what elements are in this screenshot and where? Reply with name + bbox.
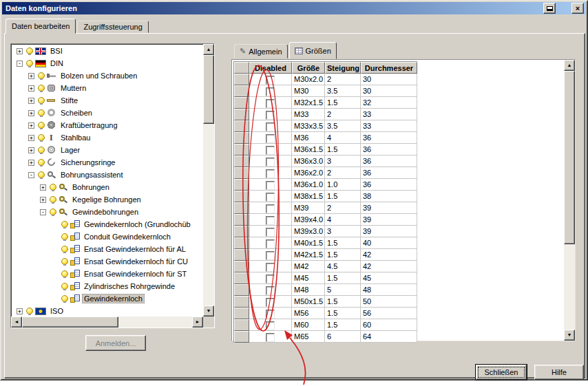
- steigung-cell[interactable]: 3.5: [325, 120, 361, 132]
- disabled-cell[interactable]: [249, 109, 292, 120]
- groesse-cell[interactable]: M42x1.5: [292, 249, 325, 261]
- durchmesser-cell[interactable]: 39: [361, 226, 417, 237]
- expand-icon[interactable]: +: [28, 98, 34, 104]
- disabled-cell[interactable]: [249, 261, 292, 272]
- row-selector[interactable]: [234, 97, 249, 109]
- durchmesser-cell[interactable]: 33: [361, 109, 417, 120]
- tree-horizontal-scrollbar[interactable]: ◄ ►: [11, 317, 203, 328]
- tree-item[interactable]: Ensat Gewindekernloch für ST: [12, 268, 202, 280]
- steigung-cell[interactable]: 1.5: [325, 296, 361, 308]
- durchmesser-cell[interactable]: 32: [361, 97, 417, 109]
- disabled-checkbox[interactable]: [266, 216, 275, 225]
- row-selector[interactable]: [234, 237, 249, 249]
- disabled-checkbox[interactable]: [266, 286, 275, 295]
- steigung-cell[interactable]: 4: [325, 214, 361, 226]
- durchmesser-cell[interactable]: 36: [361, 144, 417, 156]
- tree-item[interactable]: +Kegelige Bohrungen: [12, 193, 202, 206]
- durchmesser-cell[interactable]: 38: [361, 191, 417, 202]
- disabled-checkbox[interactable]: [266, 122, 275, 131]
- durchmesser-cell[interactable]: 30: [361, 74, 417, 85]
- tree-item[interactable]: Gewindekernloch (Grundlochüb: [12, 218, 202, 230]
- tab-zugriffssteuerung[interactable]: Zugriffssteuerung: [77, 21, 148, 33]
- disabled-checkbox[interactable]: [266, 87, 275, 96]
- tree-item[interactable]: Zylindrisches Rohrgewinde: [12, 280, 202, 292]
- disabled-checkbox[interactable]: [266, 228, 275, 237]
- collapse-icon[interactable]: -: [28, 172, 34, 178]
- durchmesser-cell[interactable]: 50: [361, 296, 417, 308]
- disabled-cell[interactable]: [249, 202, 292, 214]
- durchmesser-cell[interactable]: 36: [361, 179, 417, 191]
- steigung-cell[interactable]: 5: [325, 284, 361, 296]
- disabled-cell[interactable]: [249, 85, 292, 97]
- disabled-cell[interactable]: [249, 179, 292, 191]
- disabled-checkbox[interactable]: [266, 181, 275, 190]
- collapse-icon[interactable]: -: [40, 209, 46, 215]
- row-selector[interactable]: [234, 85, 249, 97]
- durchmesser-cell[interactable]: 36: [361, 156, 417, 167]
- steigung-cell[interactable]: 1.0: [325, 179, 361, 191]
- tree-item[interactable]: -Bohrungsassistent: [12, 169, 202, 181]
- disabled-cell[interactable]: [249, 120, 292, 132]
- disabled-checkbox[interactable]: [266, 158, 275, 167]
- grid-vertical-scrollbar[interactable]: ▲ ▼: [564, 60, 575, 341]
- row-selector[interactable]: [234, 156, 249, 167]
- disabled-checkbox[interactable]: [266, 134, 275, 143]
- groesse-cell[interactable]: M48: [292, 284, 325, 296]
- tree-item[interactable]: +Stifte: [12, 94, 202, 107]
- groesse-cell[interactable]: M38x1.5: [292, 191, 325, 202]
- tree-hscroll-thumb[interactable]: [22, 317, 118, 328]
- tree-vertical-scrollbar[interactable]: ▲ ▼: [203, 44, 214, 317]
- expand-icon[interactable]: +: [40, 184, 46, 191]
- collapse-icon[interactable]: -: [17, 61, 23, 67]
- titlebar[interactable]: Daten konfigurieren ×: [2, 2, 586, 14]
- disabled-cell[interactable]: [249, 74, 292, 85]
- disabled-cell[interactable]: [249, 272, 292, 284]
- steigung-cell[interactable]: 1.5: [325, 272, 361, 284]
- disabled-checkbox[interactable]: [266, 263, 275, 272]
- disabled-cell[interactable]: [249, 97, 292, 109]
- scroll-up-icon[interactable]: ▲: [564, 60, 575, 71]
- durchmesser-cell[interactable]: 60: [361, 319, 417, 331]
- steigung-cell[interactable]: 3.5: [325, 85, 361, 97]
- tree-item[interactable]: +Bohrungen: [12, 181, 202, 193]
- tree-item[interactable]: +Muttern: [12, 82, 202, 94]
- groesse-cell[interactable]: M33: [292, 109, 325, 120]
- durchmesser-cell[interactable]: 36: [361, 167, 417, 179]
- expand-icon[interactable]: +: [28, 147, 34, 153]
- disabled-checkbox[interactable]: [266, 310, 275, 319]
- disabled-checkbox[interactable]: [266, 251, 275, 260]
- tree-view[interactable]: +BSI-DIN+Bolzen und Schrauben+Muttern+St…: [10, 43, 215, 328]
- disabled-cell[interactable]: [249, 319, 292, 331]
- row-selector[interactable]: [234, 214, 249, 226]
- tree-item[interactable]: +BSI: [12, 45, 202, 57]
- disabled-checkbox[interactable]: [266, 333, 275, 342]
- row-selector[interactable]: [234, 202, 249, 214]
- tree-item[interactable]: -Gewindebohrungen: [12, 206, 202, 218]
- row-selector[interactable]: [234, 144, 249, 156]
- disabled-cell[interactable]: [249, 226, 292, 237]
- groesse-cell[interactable]: M50x1.5: [292, 296, 325, 308]
- row-selector[interactable]: [234, 249, 249, 261]
- disabled-cell[interactable]: [249, 191, 292, 202]
- groesse-cell[interactable]: M39x4.0: [292, 214, 325, 226]
- groesse-cell[interactable]: M33x3.5: [292, 120, 325, 132]
- durchmesser-cell[interactable]: 42: [361, 249, 417, 261]
- groesse-cell[interactable]: M30: [292, 85, 325, 97]
- groesse-cell[interactable]: M30x2.0: [292, 74, 325, 85]
- durchmesser-cell[interactable]: 39: [361, 214, 417, 226]
- tab-allgemein[interactable]: ✎ Allgemein: [234, 44, 288, 58]
- disabled-cell[interactable]: [249, 331, 292, 343]
- groesse-cell[interactable]: M65: [292, 331, 325, 343]
- row-selector[interactable]: [234, 132, 249, 144]
- groesse-cell[interactable]: M42: [292, 261, 325, 272]
- tab-daten-bearbeiten[interactable]: Daten bearbeiten: [6, 19, 76, 34]
- row-selector[interactable]: [234, 167, 249, 179]
- steigung-cell[interactable]: 4.5: [325, 261, 361, 272]
- steigung-cell[interactable]: 1.5: [325, 191, 361, 202]
- steigung-cell[interactable]: 1.5: [325, 237, 361, 249]
- titlebar-print-button[interactable]: [543, 3, 556, 14]
- tree-item[interactable]: Conduit Gewindekernloch: [12, 230, 202, 243]
- tree-item[interactable]: +Scheiben: [12, 107, 202, 119]
- disabled-checkbox[interactable]: [266, 298, 275, 307]
- column-header-groesse[interactable]: Größe: [292, 62, 325, 74]
